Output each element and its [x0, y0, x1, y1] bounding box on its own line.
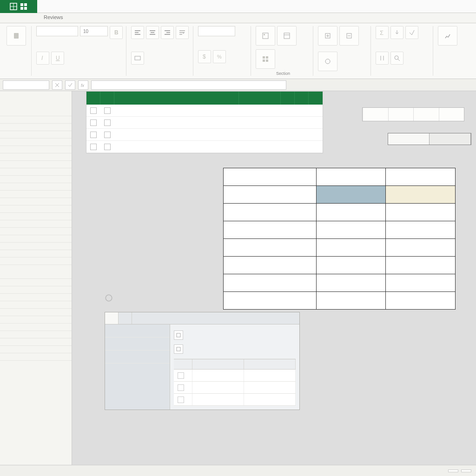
delete-button[interactable]: [339, 26, 359, 46]
grid-row[interactable]: [174, 394, 296, 406]
checkbox[interactable]: [104, 144, 111, 150]
table-cell[interactable]: [224, 239, 317, 257]
sidebar-item[interactable]: [0, 220, 72, 228]
sidebar-item[interactable]: [0, 109, 72, 116]
table-cell[interactable]: [316, 239, 386, 257]
table-row[interactable]: [224, 292, 456, 310]
table-cell[interactable]: [224, 257, 317, 274]
task-row[interactable]: [86, 105, 323, 117]
table-row[interactable]: [224, 221, 456, 239]
fx-cancel-button[interactable]: [52, 80, 62, 90]
merge-button[interactable]: [131, 52, 144, 65]
mini-tool-button[interactable]: [363, 108, 388, 121]
sidebar-item[interactable]: [0, 338, 72, 346]
sort-button[interactable]: [376, 52, 389, 65]
grid-row[interactable]: [174, 382, 296, 394]
mini-tool-button[interactable]: [388, 108, 414, 121]
fontsize-combo[interactable]: 10: [80, 26, 108, 36]
underline-button[interactable]: U: [51, 52, 64, 65]
fx-button[interactable]: fx: [78, 80, 88, 90]
checkbox[interactable]: [90, 144, 97, 150]
right-tab[interactable]: [388, 133, 430, 145]
right-tab[interactable]: [430, 133, 471, 145]
fx-enter-button[interactable]: [65, 80, 75, 90]
sidebar-item[interactable]: [0, 139, 72, 146]
table-cell-highlighted[interactable]: [386, 186, 456, 204]
sidebar-item[interactable]: [0, 131, 72, 139]
sidebar-item[interactable]: [0, 191, 72, 198]
font-combo[interactable]: [36, 26, 78, 36]
bold-button[interactable]: B: [110, 26, 123, 39]
table-row[interactable]: [224, 257, 456, 274]
checkbox[interactable]: [104, 107, 111, 114]
table-row[interactable]: [224, 186, 456, 204]
table-cell[interactable]: [316, 204, 386, 221]
sidebar-item[interactable]: [0, 353, 72, 361]
table-cell[interactable]: [224, 186, 317, 204]
autosum-button[interactable]: Σ: [376, 26, 389, 39]
sidebar-item[interactable]: [0, 279, 72, 286]
table-cell[interactable]: [386, 239, 456, 257]
table-row[interactable]: [224, 204, 456, 221]
table-cell[interactable]: [224, 221, 317, 239]
sidebar-item[interactable]: [0, 309, 72, 316]
sidebar-item[interactable]: [0, 228, 72, 235]
sidebar-item[interactable]: [0, 124, 72, 131]
align-center-button[interactable]: [146, 26, 159, 39]
mini-tool-button[interactable]: [413, 108, 439, 121]
wrap-button[interactable]: [176, 26, 189, 39]
task-row[interactable]: [86, 141, 323, 153]
checkbox[interactable]: [90, 132, 97, 138]
sidebar-item[interactable]: [0, 243, 72, 250]
currency-button[interactable]: $: [198, 50, 211, 63]
sidebar-item[interactable]: [0, 250, 72, 258]
sidebar-item[interactable]: [0, 116, 72, 124]
number-format[interactable]: [198, 26, 235, 36]
table-cell[interactable]: [386, 221, 456, 239]
analyze-button[interactable]: [438, 26, 457, 46]
status-button[interactable]: [448, 469, 458, 472]
fill-button[interactable]: [390, 26, 403, 39]
table-row[interactable]: [224, 239, 456, 257]
table-cell[interactable]: [316, 257, 386, 274]
sidebar-item[interactable]: [0, 235, 72, 243]
cell-styles-button[interactable]: [256, 49, 275, 69]
formula-input[interactable]: [91, 80, 286, 90]
sidebar-item[interactable]: [0, 286, 72, 294]
align-left-button[interactable]: [131, 26, 144, 39]
table-format-button[interactable]: [277, 26, 297, 46]
tab-reviews[interactable]: Reviews: [37, 13, 70, 23]
table-cell-highlighted[interactable]: [316, 186, 386, 204]
find-button[interactable]: [390, 52, 403, 65]
sidebar-item[interactable]: [0, 331, 72, 338]
sidebar-item[interactable]: [0, 258, 72, 265]
sidebar-item[interactable]: [0, 316, 72, 324]
table-cell[interactable]: [386, 292, 456, 310]
italic-button[interactable]: I: [36, 52, 49, 65]
table-row[interactable]: [224, 274, 456, 292]
percent-button[interactable]: %: [213, 50, 226, 63]
name-box[interactable]: [3, 80, 49, 90]
format-button[interactable]: [318, 52, 337, 71]
sidebar-item[interactable]: [0, 153, 72, 161]
table-cell[interactable]: [316, 292, 386, 310]
dialog-tab[interactable]: [105, 312, 119, 324]
align-right-button[interactable]: [161, 26, 174, 39]
table-cell[interactable]: [386, 257, 456, 274]
checkbox[interactable]: [104, 132, 111, 138]
dialog-category[interactable]: [105, 324, 170, 337]
sidebar-item[interactable]: [0, 294, 72, 301]
clear-button[interactable]: [405, 26, 418, 39]
grid-row[interactable]: [174, 370, 296, 382]
dialog-tab[interactable]: [119, 312, 132, 324]
dialog-category[interactable]: [105, 337, 170, 350]
sidebar-item[interactable]: [0, 271, 72, 279]
mini-tool-button[interactable]: [439, 108, 464, 121]
sidebar-item[interactable]: [0, 176, 72, 183]
dialog-category[interactable]: [105, 350, 170, 364]
sidebar-item[interactable]: [0, 198, 72, 205]
table-cell[interactable]: [224, 204, 317, 221]
cond-format-button[interactable]: [256, 26, 275, 46]
sidebar-item[interactable]: [0, 168, 72, 176]
checkbox[interactable]: [90, 119, 97, 126]
